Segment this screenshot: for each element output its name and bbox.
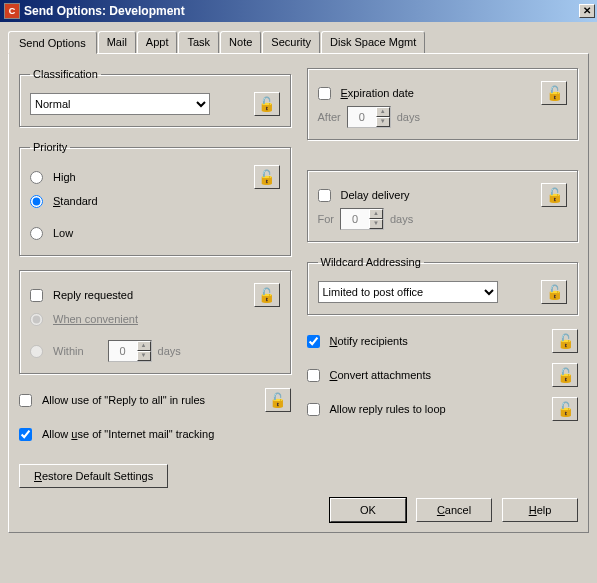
lock-icon[interactable]: 🔓: [552, 329, 578, 353]
convert-checkbox[interactable]: [307, 369, 320, 382]
reply-within-spinner: ▲▼: [108, 340, 152, 362]
priority-standard-label: Standard: [53, 195, 98, 207]
lock-icon[interactable]: 🔓: [541, 183, 567, 207]
allow-loop-checkbox[interactable]: [307, 403, 320, 416]
reply-all-rules-label: Allow use of "Reply to all" in rules: [42, 394, 205, 406]
expiration-label: Expiration date: [341, 87, 414, 99]
chevron-up-icon: ▲: [369, 209, 383, 219]
cancel-button[interactable]: Cancel: [416, 498, 492, 522]
priority-high-label: High: [53, 171, 76, 183]
close-icon[interactable]: ✕: [579, 4, 595, 18]
tab-mail[interactable]: Mail: [98, 31, 136, 54]
lock-icon[interactable]: 🔓: [552, 397, 578, 421]
lock-icon[interactable]: 🔓: [254, 283, 280, 307]
allow-loop-label: Allow reply rules to loop: [330, 403, 446, 415]
lock-icon[interactable]: 🔓: [254, 92, 280, 116]
priority-group: Priority High 🔓 Standard Low: [19, 141, 291, 256]
chevron-up-icon: ▲: [376, 107, 390, 117]
convert-label: Convert attachments: [330, 369, 432, 381]
classification-group: Classification Normal 🔓: [19, 68, 291, 127]
notify-checkbox[interactable]: [307, 335, 320, 348]
priority-legend: Priority: [30, 141, 70, 153]
expiration-after-label: After: [318, 111, 341, 123]
lock-icon[interactable]: 🔓: [541, 280, 567, 304]
internet-tracking-label: Allow use of "Internet mail" tracking: [42, 428, 214, 440]
delay-checkbox[interactable]: [318, 189, 331, 202]
reply-requested-checkbox[interactable]: [30, 289, 43, 302]
expiration-checkbox[interactable]: [318, 87, 331, 100]
expiration-spinner: ▲▼: [347, 106, 391, 128]
priority-standard-radio[interactable]: [30, 195, 43, 208]
priority-low-label: Low: [53, 227, 73, 239]
classification-select[interactable]: Normal: [30, 93, 210, 115]
reply-days-label: days: [158, 345, 181, 357]
expiration-group: Expiration date 🔓 After ▲▼ days: [307, 68, 579, 140]
reply-all-rules-checkbox[interactable]: [19, 394, 32, 407]
expiration-days-label: days: [397, 111, 420, 123]
app-icon: C: [4, 3, 20, 19]
delay-for-label: For: [318, 213, 335, 225]
chevron-down-icon: ▼: [137, 351, 151, 361]
chevron-down-icon: ▼: [376, 117, 390, 127]
delay-spinner: ▲▼: [340, 208, 384, 230]
tab-security[interactable]: Security: [262, 31, 320, 54]
window-title: Send Options: Development: [24, 4, 185, 18]
tab-task[interactable]: Task: [178, 31, 219, 54]
delay-days-label: days: [390, 213, 413, 225]
chevron-down-icon: ▼: [369, 219, 383, 229]
reply-when-radio: [30, 313, 43, 326]
delay-group: Delay delivery 🔓 For ▲▼ days: [307, 170, 579, 242]
restore-defaults-button[interactable]: Restore Default Settings: [19, 464, 168, 488]
reply-requested-label: Reply requested: [53, 289, 133, 301]
help-button[interactable]: Help: [502, 498, 578, 522]
reply-when-label: When convenient: [53, 313, 138, 325]
chevron-up-icon: ▲: [137, 341, 151, 351]
delay-label: Delay delivery: [341, 189, 410, 201]
lock-icon[interactable]: 🔓: [541, 81, 567, 105]
lock-icon[interactable]: 🔓: [552, 363, 578, 387]
lock-icon[interactable]: 🔓: [265, 388, 291, 412]
internet-tracking-checkbox[interactable]: [19, 428, 32, 441]
classification-legend: Classification: [30, 68, 101, 80]
priority-low-radio[interactable]: [30, 227, 43, 240]
notify-label: Notify recipients: [330, 335, 408, 347]
wildcard-group: Wildcard Addressing Limited to post offi…: [307, 256, 579, 315]
tab-send-options[interactable]: Send Options: [8, 31, 97, 54]
tab-appt[interactable]: Appt: [137, 31, 178, 54]
ok-button[interactable]: OK: [330, 498, 406, 522]
tab-note[interactable]: Note: [220, 31, 261, 54]
priority-high-radio[interactable]: [30, 171, 43, 184]
wildcard-select[interactable]: Limited to post office: [318, 281, 498, 303]
reply-group: Reply requested 🔓 When convenient Within…: [19, 270, 291, 374]
tab-disk-space[interactable]: Disk Space Mgmt: [321, 31, 425, 54]
reply-within-radio: [30, 345, 43, 358]
reply-within-label: Within: [53, 345, 84, 357]
lock-icon[interactable]: 🔓: [254, 165, 280, 189]
wildcard-legend: Wildcard Addressing: [318, 256, 424, 268]
